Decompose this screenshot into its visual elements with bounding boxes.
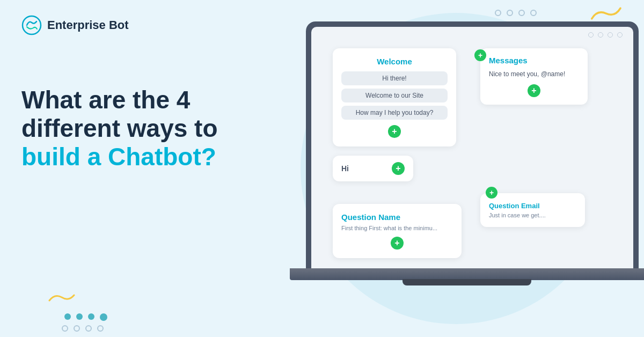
messages-add-button[interactable]: +	[528, 84, 540, 97]
qname-card-title: Question Name	[341, 213, 453, 222]
qname-card: Question Name First thing First: what is…	[333, 204, 462, 258]
deco-dot-3	[518, 10, 525, 16]
headline-line3-blue: build a Chatbot?	[21, 143, 216, 171]
welcome-msg-3: How may I help you today?	[341, 106, 448, 120]
welcome-add-button[interactable]: +	[388, 125, 401, 138]
chrome-dot-3	[608, 32, 613, 38]
headline: What are the 4 different ways to build a…	[21, 86, 279, 171]
deco-dots-top	[495, 10, 537, 16]
qemail-card-sub: Just in case we get....	[489, 212, 576, 218]
hi-add-button[interactable]: +	[392, 162, 405, 175]
brand-name: Enterprise Bot	[47, 18, 129, 32]
welcome-msg-2: Welcome to our Site	[341, 89, 448, 102]
chrome-dot-1	[588, 32, 594, 38]
deco-dots-bottom	[64, 313, 107, 321]
qemail-top-add[interactable]: +	[486, 187, 497, 199]
deco-circle-dot-1	[62, 325, 68, 332]
qemail-card-title: Question Email	[489, 202, 576, 210]
welcome-msg-1: Hi there!	[341, 71, 448, 85]
chrome-dot-4	[617, 32, 623, 38]
laptop-screen-outer: Welcome Hi there! Welcome to our Site Ho…	[306, 21, 639, 268]
messages-card-top-add[interactable]: +	[474, 49, 486, 61]
deco-dot-2	[507, 10, 513, 16]
window-chrome	[588, 32, 623, 38]
hi-card-text: Hi	[341, 164, 349, 173]
laptop: Welcome Hi there! Welcome to our Site Ho…	[290, 21, 644, 322]
laptop-screen-inner: Welcome Hi there! Welcome to our Site Ho…	[311, 27, 633, 268]
deco-circle-dot-4	[97, 325, 104, 332]
deco-filled-dot-1	[64, 313, 71, 320]
qname-card-sub: First thing First: what is the minimu...	[341, 225, 453, 231]
qname-add-button[interactable]: +	[391, 237, 404, 250]
messages-card-body: Nice to meet you, @name!	[489, 69, 579, 79]
laptop-base	[290, 268, 644, 280]
deco-dot-1	[495, 10, 501, 16]
enterprise-bot-logo-icon	[21, 15, 42, 35]
welcome-card-title: Welcome	[341, 57, 448, 66]
hi-card: Hi +	[333, 156, 413, 181]
deco-circle-dot-2	[74, 325, 80, 332]
messages-card-title: Messages	[489, 56, 579, 65]
deco-dot-4	[530, 10, 537, 16]
chat-ui: Welcome Hi there! Welcome to our Site Ho…	[322, 38, 633, 268]
headline-line2: different ways to	[21, 114, 218, 142]
chrome-dot-2	[598, 32, 603, 38]
qemail-card: + Question Email Just in case we get....	[480, 193, 585, 227]
logo-area: Enterprise Bot	[21, 15, 129, 35]
deco-filled-dot-2	[76, 313, 83, 320]
svg-point-0	[23, 16, 41, 34]
welcome-card: Welcome Hi there! Welcome to our Site Ho…	[333, 48, 456, 146]
deco-filled-dot-3	[88, 313, 94, 320]
left-content: What are the 4 different ways to build a…	[21, 86, 279, 171]
laptop-foot	[402, 279, 531, 285]
deco-circle-dot-3	[85, 325, 92, 332]
messages-card: Messages Nice to meet you, @name! +	[480, 48, 588, 105]
deco-filled-dot-4	[100, 313, 107, 321]
deco-wave-bottom-left	[48, 291, 75, 307]
headline-line1: What are the 4	[21, 86, 190, 114]
deco-circle-dots-bottom	[62, 325, 104, 332]
